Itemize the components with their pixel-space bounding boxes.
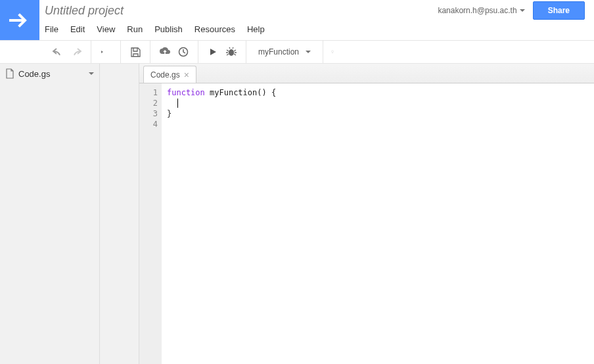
menu-run[interactable]: Run: [127, 24, 143, 34]
close-icon[interactable]: ×: [184, 70, 189, 80]
indent-button[interactable]: [97, 43, 115, 61]
sidebar-file-label: Code.gs: [18, 69, 50, 79]
file-icon: [5, 68, 14, 79]
sidebar-file-item[interactable]: Code.gs: [0, 64, 99, 83]
text-cursor: [177, 99, 178, 108]
editor-tab[interactable]: Code.gs ×: [143, 66, 196, 83]
line-number-gutter: 1 2 3 4: [139, 83, 162, 364]
user-email-dropdown[interactable]: kanakorn.h@psu.ac.th: [438, 6, 524, 15]
lightbulb-button[interactable]: [323, 43, 342, 61]
editor-tab-label: Code.gs: [150, 70, 180, 80]
file-menu-chevron[interactable]: [89, 72, 94, 75]
triggers-button[interactable]: [174, 43, 193, 61]
deploy-button[interactable]: [156, 43, 174, 61]
project-title[interactable]: Untitled project: [45, 4, 124, 18]
menu-resources[interactable]: Resources: [194, 24, 235, 34]
menu-view[interactable]: View: [97, 24, 115, 34]
undo-button[interactable]: [49, 43, 67, 61]
file-sidebar: Code.gs: [0, 64, 100, 364]
editor-gutter: [100, 64, 139, 364]
chevron-down-icon: [520, 9, 525, 12]
menu-publish[interactable]: Publish: [154, 24, 183, 34]
function-selector-label: myFunction: [258, 47, 299, 57]
menu-help[interactable]: Help: [247, 24, 265, 34]
function-selector[interactable]: myFunction: [246, 41, 323, 63]
menu-file[interactable]: File: [45, 24, 58, 34]
editor-tab-strip: Code.gs ×: [139, 64, 594, 83]
app-logo[interactable]: [0, 0, 39, 40]
run-button[interactable]: [204, 43, 222, 61]
debug-button[interactable]: [222, 43, 240, 61]
redo-button[interactable]: [67, 43, 85, 61]
share-button[interactable]: Share: [533, 1, 585, 20]
code-editor[interactable]: function myFunction() { }: [162, 83, 594, 364]
save-button[interactable]: [126, 43, 145, 61]
svg-point-1: [229, 49, 234, 56]
menu-edit[interactable]: Edit: [70, 24, 85, 34]
chevron-down-icon: [306, 51, 311, 53]
